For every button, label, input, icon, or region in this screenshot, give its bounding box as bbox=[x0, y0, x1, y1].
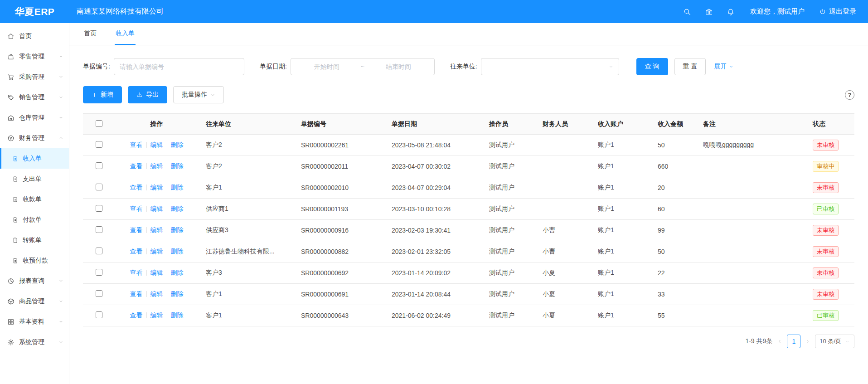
sidebar-item-transfer-bill[interactable]: 转账单 bbox=[0, 230, 69, 250]
sidebar-item-receipt-bill[interactable]: 收款单 bbox=[0, 189, 69, 209]
logout-label: 退出登录 bbox=[829, 7, 856, 16]
search-button[interactable]: 查 询 bbox=[636, 58, 668, 75]
sidebar-item-sales[interactable]: 销售管理 bbox=[0, 87, 69, 107]
view-link[interactable]: 查看 bbox=[130, 248, 143, 255]
sidebar-item-payment-bill[interactable]: 付款单 bbox=[0, 209, 69, 230]
view-link[interactable]: 查看 bbox=[130, 205, 143, 212]
view-link[interactable]: 查看 bbox=[130, 269, 143, 276]
end-date-input[interactable] bbox=[366, 63, 431, 70]
view-link[interactable]: 查看 bbox=[130, 290, 143, 297]
row-checkbox[interactable] bbox=[96, 248, 102, 254]
bill-no-cell: SR00000000691 bbox=[294, 284, 384, 305]
page-size-select[interactable]: 10 条/页 bbox=[815, 335, 854, 348]
finance-submenu: 收入单 支出单 收款单 付款单 转账单 bbox=[0, 148, 69, 271]
delete-link[interactable]: 删除 bbox=[171, 290, 184, 297]
chevron-down-icon bbox=[58, 278, 63, 283]
edit-link[interactable]: 编辑 bbox=[150, 226, 163, 233]
edit-link[interactable]: 编辑 bbox=[150, 141, 163, 148]
bill-no-cell: SR00000002011 bbox=[294, 156, 384, 177]
edit-link[interactable]: 编辑 bbox=[150, 248, 163, 255]
edit-link[interactable]: 编辑 bbox=[150, 205, 163, 212]
header-ops: 操作 bbox=[115, 114, 199, 135]
view-link[interactable]: 查看 bbox=[130, 184, 143, 191]
vertical-divider bbox=[167, 227, 167, 233]
logout-button[interactable]: 退出登录 bbox=[819, 7, 856, 16]
edit-link[interactable]: 编辑 bbox=[150, 162, 163, 170]
delete-link[interactable]: 删除 bbox=[171, 248, 184, 255]
sidebar-item-expense-bill[interactable]: 支出单 bbox=[0, 169, 69, 189]
sidebar-item-warehouse[interactable]: 仓库管理 bbox=[0, 107, 69, 128]
export-button[interactable]: 导出 bbox=[128, 86, 167, 103]
edit-link[interactable]: 编辑 bbox=[150, 311, 163, 319]
sidebar-item-label: 零售管理 bbox=[19, 53, 44, 61]
tab-income-bill[interactable]: 收入单 bbox=[115, 23, 136, 45]
delete-link[interactable]: 删除 bbox=[171, 184, 184, 191]
header-bill-date: 单据日期 bbox=[384, 114, 482, 135]
view-link[interactable]: 查看 bbox=[130, 226, 143, 233]
batch-actions-button[interactable]: 批量操作 bbox=[173, 86, 224, 103]
help-icon[interactable] bbox=[845, 90, 854, 100]
row-checkbox[interactable] bbox=[96, 184, 102, 190]
start-date-input[interactable] bbox=[295, 63, 359, 70]
row-checkbox[interactable] bbox=[96, 290, 102, 297]
delete-link[interactable]: 删除 bbox=[171, 162, 184, 170]
bill-date-cell: 2023-04-07 00:29:04 bbox=[384, 177, 482, 199]
delete-link[interactable]: 删除 bbox=[171, 311, 184, 319]
unit-select[interactable] bbox=[481, 58, 619, 75]
bank-icon[interactable] bbox=[705, 8, 713, 16]
sidebar-item-reports[interactable]: 报表查询 bbox=[0, 271, 69, 291]
sidebar-item-advance-receipt[interactable]: 收预付款 bbox=[0, 250, 69, 271]
view-link[interactable]: 查看 bbox=[130, 162, 143, 170]
next-page-button[interactable] bbox=[805, 339, 810, 344]
delete-link[interactable]: 删除 bbox=[171, 226, 184, 233]
delete-link[interactable]: 删除 bbox=[171, 205, 184, 212]
sidebar-item-label: 仓库管理 bbox=[19, 114, 44, 122]
reset-button[interactable]: 重 置 bbox=[674, 58, 706, 75]
income-bill-table: 操作 往来单位 单据编号 单据日期 操作员 财务人员 收入账户 收入金额 备注 … bbox=[83, 113, 854, 326]
chevron-down-icon bbox=[58, 340, 63, 345]
tab-home[interactable]: 首页 bbox=[83, 23, 97, 45]
amount-cell: 50 bbox=[650, 135, 696, 156]
sidebar-item-finance[interactable]: 财务管理 bbox=[0, 128, 69, 148]
search-icon[interactable] bbox=[683, 8, 691, 16]
sidebar-item-products[interactable]: 商品管理 bbox=[0, 291, 69, 311]
bill-no-input[interactable] bbox=[114, 58, 244, 75]
row-checkbox[interactable] bbox=[96, 269, 102, 276]
vertical-divider bbox=[146, 248, 147, 254]
table-row: 查看编辑删除 供应商3 SR00000000916 2023-02-03 19:… bbox=[83, 220, 854, 241]
status-cell: 已审核 bbox=[805, 305, 854, 326]
view-link[interactable]: 查看 bbox=[130, 141, 143, 148]
current-page-button[interactable]: 1 bbox=[787, 335, 800, 348]
add-button[interactable]: 新增 bbox=[83, 86, 122, 103]
reports-icon bbox=[7, 277, 15, 285]
delete-link[interactable]: 删除 bbox=[171, 141, 184, 148]
edit-link[interactable]: 编辑 bbox=[150, 269, 163, 276]
remark-cell bbox=[696, 305, 805, 326]
edit-link[interactable]: 编辑 bbox=[150, 184, 163, 191]
select-all-checkbox[interactable] bbox=[96, 120, 102, 127]
row-checkbox[interactable] bbox=[96, 141, 102, 148]
sidebar-item-retail[interactable]: 零售管理 bbox=[0, 46, 69, 67]
expand-link[interactable]: 展开 bbox=[714, 63, 734, 71]
remark-cell bbox=[696, 262, 805, 284]
sidebar-item-purchase[interactable]: 采购管理 bbox=[0, 67, 69, 87]
sidebar-item-income-bill[interactable]: 收入单 bbox=[0, 148, 69, 169]
bill-no-cell: SR00000000692 bbox=[294, 262, 384, 284]
row-checkbox[interactable] bbox=[96, 162, 102, 169]
status-cell: 审核中 bbox=[805, 156, 854, 177]
sidebar-item-label: 转账单 bbox=[23, 236, 42, 244]
row-checkbox[interactable] bbox=[96, 226, 102, 233]
view-link[interactable]: 查看 bbox=[130, 311, 143, 319]
bill-no-cell: SR00000002261 bbox=[294, 135, 384, 156]
sidebar-item-basic-data[interactable]: 基本资料 bbox=[0, 311, 69, 332]
date-range-picker[interactable]: ~ bbox=[291, 58, 435, 75]
row-checkbox[interactable] bbox=[96, 205, 102, 212]
delete-link[interactable]: 删除 bbox=[171, 269, 184, 276]
bell-icon[interactable] bbox=[727, 8, 735, 16]
chevron-up-icon bbox=[58, 136, 63, 141]
edit-link[interactable]: 编辑 bbox=[150, 290, 163, 297]
prev-page-button[interactable] bbox=[777, 339, 782, 344]
sidebar-item-system[interactable]: 系统管理 bbox=[0, 332, 69, 352]
sidebar-item-home[interactable]: 首页 bbox=[0, 26, 69, 46]
row-checkbox[interactable] bbox=[96, 311, 102, 318]
